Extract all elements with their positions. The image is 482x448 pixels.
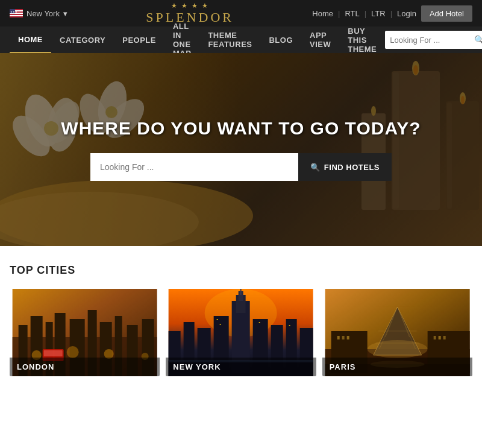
hero-search-input[interactable] [90, 153, 298, 181]
top-nav-rtl[interactable]: RTL [345, 9, 359, 18]
svg-rect-67 [220, 324, 221, 325]
nav-theme-features[interactable]: THEME FEATURES [199, 27, 260, 53]
hero-find-hotels-button[interactable]: 🔍 FIND HOTELS [298, 153, 392, 181]
london-label: LONDON [10, 358, 160, 376]
location-selector[interactable]: ★★★ New York ▾ [10, 9, 67, 18]
top-nav-login[interactable]: Login [397, 9, 416, 18]
nav-search-input[interactable] [390, 36, 474, 45]
nav-home[interactable]: HOME [10, 27, 51, 53]
cities-grid: LONDON [10, 289, 472, 376]
hero-title: WHERE DO YOU WANT TO GO TODAY? [24, 118, 458, 139]
svg-rect-55 [240, 289, 242, 295]
nav-search-container: 🔍 [385, 31, 482, 49]
cities-section-title: TOP CITIES [10, 264, 472, 277]
hero-search-btn-label: FIND HOTELS [324, 163, 380, 172]
nav-blog[interactable]: BLOG [260, 27, 301, 53]
search-icon: 🔍 [310, 163, 321, 172]
svg-text:★★★: ★★★ [10, 10, 17, 13]
nav-people[interactable]: PEOPLE [114, 27, 164, 53]
cities-section: TOP CITIES [0, 246, 482, 388]
svg-rect-6 [10, 15, 23, 16]
svg-rect-68 [259, 322, 260, 323]
paris-label: PARIS [322, 358, 472, 376]
hero-search-bar: 🔍 FIND HOTELS [90, 153, 392, 181]
brand-stars: ★ ★ ★ ★ [67, 2, 312, 10]
nav-app-view[interactable]: APP VIEW [301, 27, 339, 53]
flag-icon: ★★★ [10, 9, 23, 17]
main-nav: HOME CATEGORY PEOPLE ALL IN ONE MAP THEM… [10, 27, 385, 53]
location-arrow: ▾ [63, 9, 67, 18]
city-card-newyork[interactable]: NEW YORK [166, 289, 316, 376]
hero-content: WHERE DO YOU WANT TO GO TODAY? 🔍 FIND HO… [24, 118, 458, 181]
top-nav-home[interactable]: Home [312, 9, 333, 18]
nav-bar: HOME CATEGORY PEOPLE ALL IN ONE MAP THEM… [0, 27, 482, 53]
nav-all-in-one-map[interactable]: ALL IN ONE MAP [164, 27, 199, 53]
top-bar: ★★★ New York ▾ ★ ★ ★ ★ SPLENDOR Home | R… [0, 0, 482, 27]
hero-section: WHERE DO YOU WANT TO GO TODAY? 🔍 FIND HO… [0, 53, 482, 246]
location-text: New York [27, 9, 60, 18]
svg-rect-7 [10, 16, 23, 17]
top-nav-links: Home | RTL | LTR | Login Add Hotel [312, 5, 472, 22]
add-hotel-button[interactable]: Add Hotel [421, 5, 472, 22]
nav-search-icon[interactable]: 🔍 [474, 35, 482, 45]
top-nav-ltr[interactable]: LTR [371, 9, 386, 18]
city-card-paris[interactable]: PARIS [322, 289, 472, 376]
svg-rect-5 [10, 14, 23, 15]
newyork-label: NEW YORK [166, 358, 316, 376]
svg-rect-69 [289, 325, 290, 326]
nav-category[interactable]: CATEGORY [51, 27, 114, 53]
svg-rect-66 [217, 319, 218, 320]
nav-buy-theme[interactable]: BUY THIS THEME [339, 27, 385, 53]
city-card-london[interactable]: LONDON [10, 289, 160, 376]
